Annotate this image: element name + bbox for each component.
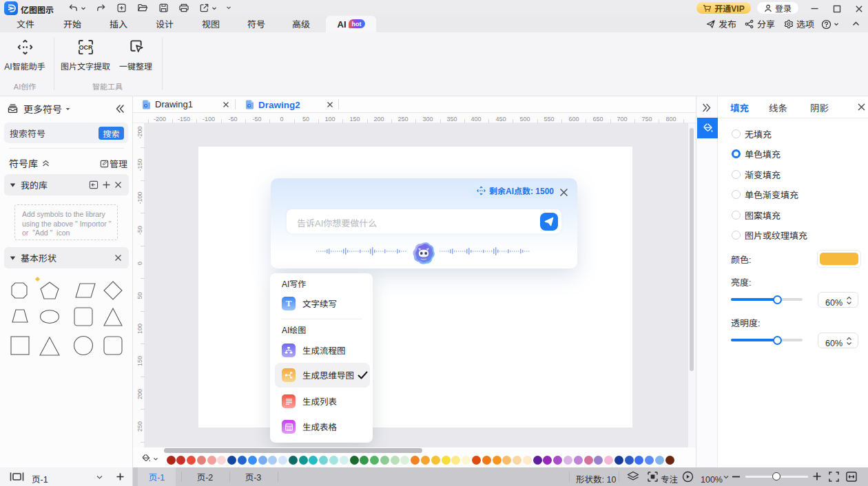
svg-text:OCR: OCR	[79, 44, 93, 51]
